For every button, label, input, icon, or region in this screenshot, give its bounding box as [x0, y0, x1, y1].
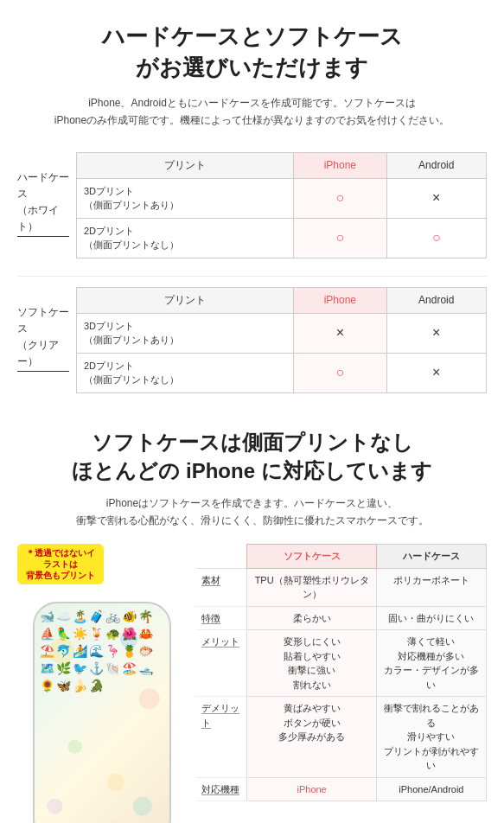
feature-table: ソフトケース ハードケース 素材TPU（熱可塑性ポリウレタン）ポリカーボネート特… [196, 544, 487, 802]
section-2: ソフトケースは側面プリントなし ほとんどの iPhone に対応しています iP… [0, 411, 504, 823]
feature-row-hard: iPhone/Android [376, 777, 486, 801]
table-row-iphone: × [294, 313, 387, 353]
table-row-iphone: ○ [294, 178, 387, 218]
table-row-label: 2Dプリント （側面プリントなし） [77, 218, 294, 258]
feature-row-soft: 変形しにくい 貼着しやすい 衝撃に強い 割れない [247, 630, 376, 697]
table-row-android: ○ [386, 218, 486, 258]
main-title-1: ハードケースとソフトケース がお選びいただけます [17, 21, 487, 84]
feature-row-soft: 黄ばみやすい ボタンが硬い 多少厚みがある [247, 697, 376, 778]
feature-soft-header: ソフトケース [247, 544, 376, 568]
feature-table-area: ソフトケース ハードケース 素材TPU（熱可塑性ポリウレタン）ポリカーボネート特… [196, 544, 487, 802]
table-row-label: 3Dプリント （側面プリントあり） [77, 313, 294, 353]
table-row-label: 2Dプリント （側面プリントなし） [77, 353, 294, 392]
phone-doodles: 🐋☁️🏝️🧳 🚲🐠🌴⛵ 🦜☀️🍹🐢 🌺🦀⛱️🐬 🏄🌊🦩🍍 🐡🗺️🌿🐦 ⚓🐚🏖️🛥… [35, 603, 169, 823]
section2-description: iPhoneはソフトケースを作成できます。ハードケースと違い、 衝撃で割れる心配… [17, 494, 487, 530]
hard-print-header: プリント [77, 152, 294, 178]
section-divider [17, 276, 487, 277]
table-row-iphone: ○ [294, 353, 387, 392]
table-row-android: × [386, 353, 486, 392]
feature-row-label: 対応機種 [196, 777, 247, 801]
soft-case-label-wrapper: ソフトケース （クリアー） [17, 287, 76, 373]
soft-print-header: プリント [77, 287, 294, 313]
bottom-content: ＊透過ではないイラストは 背景色もプリント 🐋☁️🏝️🧳 🚲🐠🌴⛵ 🦜☀️🍹🐢 … [17, 544, 487, 823]
main-title-2: ソフトケースは側面プリントなし ほとんどの iPhone に対応しています [17, 428, 487, 486]
feature-row-hard: 薄くて軽い 対応機種が多い カラー・デザインが多い [376, 630, 486, 697]
feature-row-label: デメリット [196, 697, 247, 778]
phone-image-area: ＊透過ではないイラストは 背景色もプリント 🐋☁️🏝️🧳 🚲🐠🌴⛵ 🦜☀️🍹🐢 … [17, 544, 186, 823]
hard-android-header: Android [386, 152, 486, 178]
table-row-iphone: ○ [294, 218, 387, 258]
soft-android-header: Android [386, 287, 486, 313]
phone-mockup: 🐋☁️🏝️🧳 🚲🐠🌴⛵ 🦜☀️🍹🐢 🌺🦀⛱️🐬 🏄🌊🦩🍍 🐡🗺️🌿🐦 ⚓🐚🏖️🛥… [33, 602, 171, 823]
feature-row-hard: ポリカーボネート [376, 568, 486, 606]
section-1: ハードケースとソフトケース がお選びいただけます iPhone、Androidと… [0, 0, 504, 152]
table-row-label: 3Dプリント （側面プリントあり） [77, 178, 294, 218]
feature-hard-header: ハードケース [376, 544, 486, 568]
hard-case-table-wrapper: プリント iPhone Android 3Dプリント （側面プリントあり）○×2… [76, 152, 487, 258]
feature-row-soft: iPhone [247, 777, 376, 801]
soft-case-table: プリント iPhone Android 3Dプリント （側面プリントあり）××2… [76, 287, 487, 393]
feature-row-hard: 固い・曲がりにくい [376, 606, 486, 630]
feature-row-hard: 衝撃で割れることがある 滑りやすい プリントが剥がれやすい [376, 697, 486, 778]
phone-wrapper: ＊透過ではないイラストは 背景色もプリント 🐋☁️🏝️🧳 🚲🐠🌴⛵ 🦜☀️🍹🐢 … [17, 544, 186, 823]
hard-case-table: プリント iPhone Android 3Dプリント （側面プリントあり）○×2… [76, 152, 487, 258]
feature-row-label: 素材 [196, 568, 247, 606]
hard-case-section: ハードケース （ホワイト） プリント iPhone Android 3Dプリント… [0, 152, 504, 258]
transparent-note-badge: ＊透過ではないイラストは 背景色もプリント [17, 544, 104, 584]
feature-row-soft: TPU（熱可塑性ポリウレタン） [247, 568, 376, 606]
feature-row-label: 特徴 [196, 606, 247, 630]
soft-case-label: ソフトケース （クリアー） [17, 304, 69, 373]
feature-row-soft: 柔らかい [247, 606, 376, 630]
soft-case-table-wrapper: プリント iPhone Android 3Dプリント （側面プリントあり）××2… [76, 287, 487, 393]
hard-case-label-wrapper: ハードケース （ホワイト） [17, 152, 76, 238]
soft-case-section: ソフトケース （クリアー） プリント iPhone Android 3Dプリント… [0, 287, 504, 393]
table-row-android: × [386, 178, 486, 218]
section1-description: iPhone、Androidともにハードケースを作成可能です。ソフトケースは i… [17, 94, 487, 130]
hard-case-label: ハードケース （ホワイト） [17, 169, 69, 238]
table-row-android: × [386, 313, 486, 353]
soft-case-block: ソフトケース （クリアー） プリント iPhone Android 3Dプリント… [17, 287, 487, 393]
soft-iphone-header: iPhone [294, 287, 387, 313]
hard-case-block: ハードケース （ホワイト） プリント iPhone Android 3Dプリント… [17, 152, 487, 258]
hard-iphone-header: iPhone [294, 152, 387, 178]
feature-row-label: メリット [196, 630, 247, 697]
